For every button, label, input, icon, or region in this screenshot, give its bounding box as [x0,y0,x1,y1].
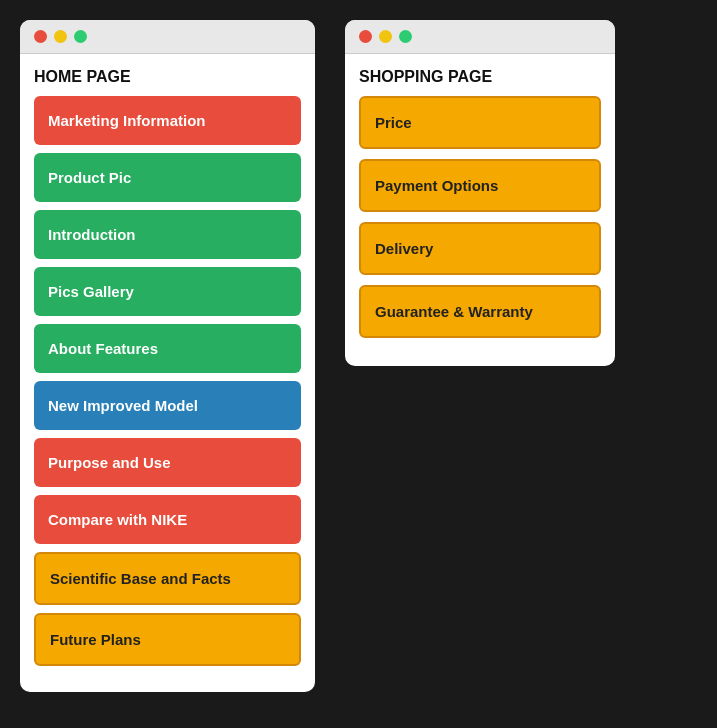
titlebar-left [20,20,315,54]
shopping-price[interactable]: Price [359,96,601,149]
shopping-delivery[interactable]: Delivery [359,222,601,275]
maximize-icon[interactable] [74,30,87,43]
nav-introduction[interactable]: Introduction [34,210,301,259]
nav-new-improved-model[interactable]: New Improved Model [34,381,301,430]
close-icon-right[interactable] [359,30,372,43]
shopping-payment-options[interactable]: Payment Options [359,159,601,212]
shopping-page-content: SHOPPING PAGE Price Payment Options Deli… [345,54,615,366]
nav-compare-with-nike[interactable]: Compare with NIKE [34,495,301,544]
shopping-guarantee-warranty[interactable]: Guarantee & Warranty [359,285,601,338]
nav-pics-gallery[interactable]: Pics Gallery [34,267,301,316]
home-page-window: HOME PAGE Marketing Information Product … [20,20,315,692]
nav-marketing-information[interactable]: Marketing Information [34,96,301,145]
nav-purpose-and-use[interactable]: Purpose and Use [34,438,301,487]
home-page-title: HOME PAGE [34,68,301,86]
minimize-icon-right[interactable] [379,30,392,43]
minimize-icon[interactable] [54,30,67,43]
shopping-page-window: SHOPPING PAGE Price Payment Options Deli… [345,20,615,366]
maximize-icon-right[interactable] [399,30,412,43]
nav-future-plans[interactable]: Future Plans [34,613,301,666]
close-icon[interactable] [34,30,47,43]
shopping-page-title: SHOPPING PAGE [359,68,601,86]
titlebar-right [345,20,615,54]
home-page-content: HOME PAGE Marketing Information Product … [20,54,315,692]
nav-scientific-base[interactable]: Scientific Base and Facts [34,552,301,605]
nav-about-features[interactable]: About Features [34,324,301,373]
nav-product-pic[interactable]: Product Pic [34,153,301,202]
